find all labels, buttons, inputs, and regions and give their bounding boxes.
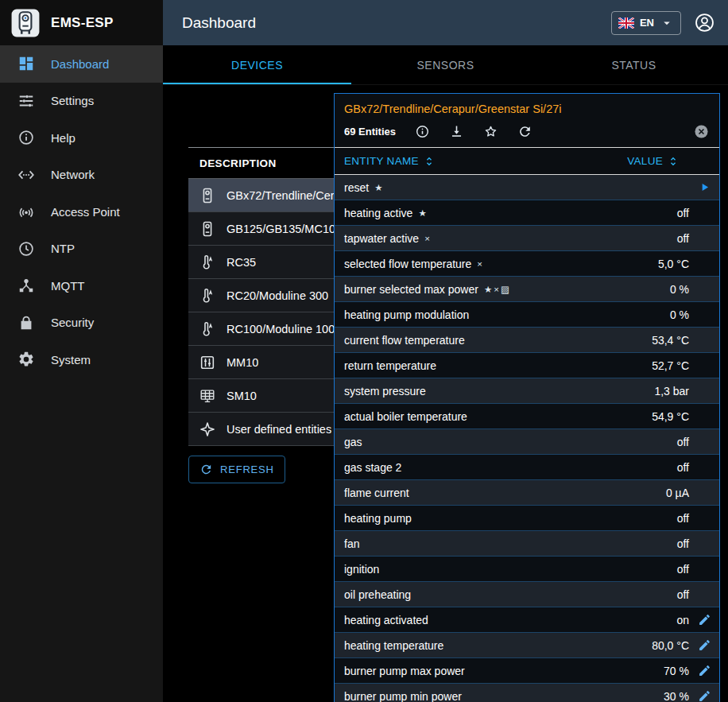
entity-name: return temperature [344, 359, 436, 372]
sidebar-item-settings[interactable]: Settings [0, 83, 163, 120]
page-title: Dashboard [182, 14, 256, 32]
refresh-button[interactable]: REFRESH [188, 456, 285, 483]
language-select-button[interactable]: EN [611, 11, 681, 35]
entity-value: off [677, 436, 689, 448]
edit-icon[interactable] [689, 664, 719, 677]
sidebar-item-mqtt[interactable]: MQTT [0, 267, 163, 304]
tab-devices[interactable]: DEVICES [163, 45, 351, 84]
entity-row: tapwater active × off [335, 226, 719, 251]
device-name: RC35 [227, 256, 256, 269]
tab-label: STATUS [611, 59, 656, 72]
entity-row: fan off [335, 531, 719, 557]
device-hub-icon [17, 277, 35, 294]
sidebar-item-system[interactable]: System [0, 341, 163, 378]
entity-value: 54,9 °C [652, 410, 689, 423]
device-name: GB125/GB135/MC10 [227, 223, 335, 235]
device-name: MM10 [227, 356, 258, 369]
solar-panel-icon [199, 387, 216, 405]
entity-row: heating active ★ off [335, 200, 719, 226]
sidebar-item-help[interactable]: Help [0, 119, 163, 157]
thermostat-icon [199, 320, 216, 338]
entity-row: burner pump max power 70 % [335, 658, 719, 684]
entity-row: flame current 0 µA [335, 480, 719, 506]
entity-name: gas [344, 436, 362, 448]
flag-en-icon [618, 17, 634, 29]
sidebar-item-network[interactable]: Network [0, 157, 163, 194]
entity-panel-header: GBx72/Trendline/Cerapur/Greenstar Si/27i… [335, 94, 719, 147]
entity-value: 0 % [670, 308, 689, 321]
entity-row: reset ★ [335, 175, 719, 200]
entity-row: heating pump off [335, 506, 719, 531]
edit-icon[interactable] [689, 689, 719, 702]
entity-name: reset [344, 181, 369, 194]
boiler-icon [199, 220, 216, 238]
entity-name: fan [344, 537, 359, 550]
sort-by-value[interactable]: VALUE [627, 155, 680, 168]
entity-name: burner selected max power [344, 283, 478, 296]
info-icon [17, 129, 35, 146]
cancel-icon[interactable] [693, 123, 710, 140]
edit-icon[interactable] [689, 638, 719, 652]
sort-by-entity-name[interactable]: ENTITY NAME [344, 155, 436, 168]
download-icon[interactable] [449, 124, 464, 139]
entity-value: off [677, 537, 689, 550]
entity-value: 0 % [670, 283, 689, 296]
entity-value: 5,0 °C [658, 258, 689, 270]
entity-row: oil preheating off [335, 582, 719, 607]
entity-value: off [677, 563, 689, 576]
sort-icon [667, 155, 680, 168]
sidebar-item-label: Network [51, 168, 95, 181]
entity-row: heating pump modulation 0 % [335, 302, 719, 328]
refresh-icon[interactable] [517, 124, 532, 139]
entity-rows: reset ★ heating active ★ off [335, 175, 719, 702]
sidebar-nav: Dashboard Settings Help Network Access P… [0, 45, 163, 378]
account-icon[interactable] [694, 12, 715, 33]
sidebar: EMS-ESP Dashboard Settings Help Network … [0, 0, 163, 702]
entity-name: flame current [344, 487, 409, 499]
entity-name: current flow temperature [344, 334, 465, 347]
tune-icon [17, 92, 35, 110]
entity-name: oil preheating [344, 588, 411, 601]
entity-flags: ★ [374, 182, 384, 193]
sidebar-item-ntp[interactable]: NTP [0, 231, 163, 268]
entity-name: burner pump max power [344, 665, 465, 677]
dashboard-icon [17, 55, 35, 72]
entity-name: heating active [344, 207, 412, 219]
device-title: GBx72/Trendline/Cerapur/Greenstar Si/27i [344, 103, 710, 115]
sidebar-item-label: Security [51, 316, 94, 329]
tab-sensors[interactable]: SENSORS [351, 45, 540, 84]
entity-table-header: ENTITY NAME VALUE [335, 147, 719, 175]
entity-name: burner pump min power [344, 690, 462, 702]
sort-icon [423, 155, 436, 168]
sidebar-item-security[interactable]: Security [0, 304, 163, 342]
appbar-actions: EN [611, 11, 715, 35]
entity-name: heating pump modulation [344, 308, 469, 321]
refresh-icon [199, 463, 213, 476]
star-outline-icon[interactable] [483, 124, 498, 139]
app-root: EMS-ESP Dashboard Settings Help Network … [0, 0, 728, 702]
entity-flags: × [477, 259, 484, 269]
entity-value: 70 % [664, 665, 689, 677]
sidebar-item-label: System [51, 353, 91, 367]
appbar: Dashboard EN [163, 0, 728, 45]
edit-icon[interactable] [689, 613, 719, 626]
run-icon[interactable] [689, 180, 719, 194]
sidebar-item-label: NTP [51, 242, 75, 255]
sidebar-item-label: Settings [51, 94, 94, 107]
entity-value: on [676, 614, 689, 626]
entity-flags: × [424, 234, 432, 243]
sidebar-item-access-point[interactable]: Access Point [0, 193, 163, 231]
tab-status[interactable]: STATUS [540, 45, 728, 84]
entity-name: gas stage 2 [344, 461, 401, 474]
tab-label: SENSORS [417, 59, 474, 72]
mixer-icon [199, 354, 216, 371]
entity-value: off [677, 588, 689, 601]
entity-name: ignition [344, 563, 379, 576]
caret-down-icon [660, 16, 674, 30]
sidebar-item-dashboard[interactable]: Dashboard [0, 45, 163, 83]
info-icon[interactable] [415, 124, 430, 139]
device-name: RC20/Moduline 300 [227, 289, 328, 302]
entity-row: actual boiler temperature 54,9 °C [335, 404, 719, 429]
content-area: DESCRIPTION GBx72/Trendline/Cerapur/Gree… [163, 85, 728, 702]
entity-name: selected flow temperature [344, 258, 471, 270]
